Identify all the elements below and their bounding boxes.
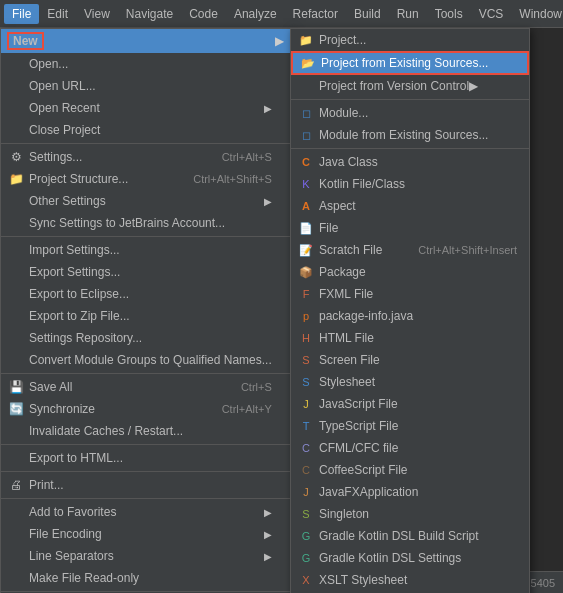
java-class-item[interactable]: C Java Class <box>291 151 529 173</box>
project-structure-icon: 📁 <box>7 172 25 186</box>
package-item[interactable]: 📦 Package <box>291 261 529 283</box>
file-encoding-arrow-icon: ▶ <box>264 529 272 540</box>
open-url-label: Open URL... <box>29 79 96 93</box>
menu-code[interactable]: Code <box>181 4 226 24</box>
fxml-label: FXML File <box>319 287 373 301</box>
js-file-item[interactable]: J JavaScript File <box>291 393 529 415</box>
aspect-label: Aspect <box>319 199 356 213</box>
import-settings-item[interactable]: Import Settings... <box>1 239 292 261</box>
settings-repo-label: Settings Repository... <box>29 331 142 345</box>
export-eclipse-item[interactable]: Export to Eclipse... <box>1 283 292 305</box>
project-existing-label: Project from Existing Sources... <box>321 56 488 70</box>
sep5 <box>1 471 292 472</box>
cfml-item[interactable]: C CFML/CFC file <box>291 437 529 459</box>
html-file-icon: H <box>297 332 315 344</box>
package-info-icon: p <box>297 310 315 322</box>
cfml-label: CFML/CFC file <box>319 441 398 455</box>
print-icon: 🖨 <box>7 478 25 492</box>
module-icon: ◻ <box>297 107 315 120</box>
java-class-label: Java Class <box>319 155 378 169</box>
gradle-build-item[interactable]: G Gradle Kotlin DSL Build Script <box>291 525 529 547</box>
menu-window[interactable]: Window <box>511 4 563 24</box>
sep7 <box>1 591 292 592</box>
sync-settings-item[interactable]: Sync Settings to JetBrains Account... <box>1 212 292 234</box>
open-recent-item[interactable]: Open Recent▶ <box>1 97 292 119</box>
xslt-item[interactable]: X XSLT Stylesheet <box>291 569 529 591</box>
html-file-item[interactable]: H HTML File <box>291 327 529 349</box>
stylesheet-item[interactable]: S Stylesheet <box>291 371 529 393</box>
open-item[interactable]: Open... <box>1 53 292 75</box>
sync-settings-label: Sync Settings to JetBrains Account... <box>29 216 225 230</box>
save-all-shortcut: Ctrl+S <box>241 381 272 393</box>
save-all-item[interactable]: 💾 Save All Ctrl+S <box>1 376 292 398</box>
kotlin-class-item[interactable]: K Kotlin File/Class <box>291 173 529 195</box>
menu-run[interactable]: Run <box>389 4 427 24</box>
add-favorites-arrow-icon: ▶ <box>264 507 272 518</box>
convert-module-item[interactable]: Convert Module Groups to Qualified Names… <box>1 349 292 371</box>
file-menu-dropdown: New ▶ Open... Open URL... Open Recent▶ C… <box>0 28 293 593</box>
stylesheet-label: Stylesheet <box>319 375 375 389</box>
print-item[interactable]: 🖨 Print... <box>1 474 292 496</box>
ts-file-label: TypeScript File <box>319 419 398 433</box>
make-read-only-item[interactable]: Make File Read-only <box>1 567 292 589</box>
module-item[interactable]: ◻ Module... <box>291 102 529 124</box>
line-separators-item[interactable]: Line Separators▶ <box>1 545 292 567</box>
export-settings-item[interactable]: Export Settings... <box>1 261 292 283</box>
export-zip-item[interactable]: Export to Zip File... <box>1 305 292 327</box>
aspect-item[interactable]: A Aspect <box>291 195 529 217</box>
open-recent-arrow-icon: ▶ <box>264 103 272 114</box>
screen-file-item[interactable]: S Screen File <box>291 349 529 371</box>
project-label: Project... <box>319 33 366 47</box>
settings-item[interactable]: ⚙ Settings... Ctrl+Alt+S <box>1 146 292 168</box>
settings-repo-item[interactable]: Settings Repository... <box>1 327 292 349</box>
file-encoding-item[interactable]: File Encoding▶ <box>1 523 292 545</box>
other-settings-item[interactable]: Other Settings▶ <box>1 190 292 212</box>
project-vcs-arrow-icon: ▶ <box>469 79 478 93</box>
close-project-item[interactable]: Close Project <box>1 119 292 141</box>
menu-vcs[interactable]: VCS <box>471 4 512 24</box>
menu-refactor[interactable]: Refactor <box>285 4 346 24</box>
add-favorites-item[interactable]: Add to Favorites▶ <box>1 501 292 523</box>
synchronize-item[interactable]: 🔄 Synchronize Ctrl+Alt+Y <box>1 398 292 420</box>
menu-analyze[interactable]: Analyze <box>226 4 285 24</box>
settings-icon: ⚙ <box>7 150 25 164</box>
gradle-build-label: Gradle Kotlin DSL Build Script <box>319 529 479 543</box>
gradle-settings-item[interactable]: G Gradle Kotlin DSL Settings <box>291 547 529 569</box>
package-info-item[interactable]: p package-info.java <box>291 305 529 327</box>
project-item[interactable]: 📁 Project... <box>291 29 529 51</box>
project-vcs-item[interactable]: Project from Version Control ▶ <box>291 75 529 97</box>
javafx-label: JavaFXApplication <box>319 485 418 499</box>
coffeescript-item[interactable]: C CoffeeScript File <box>291 459 529 481</box>
gradle-build-icon: G <box>297 530 315 542</box>
scratch-file-icon: 📝 <box>297 244 315 257</box>
convert-module-label: Convert Module Groups to Qualified Names… <box>29 353 272 367</box>
invalidate-caches-item[interactable]: Invalidate Caches / Restart... <box>1 420 292 442</box>
scratch-file-item[interactable]: 📝 Scratch File Ctrl+Alt+Shift+Insert <box>291 239 529 261</box>
singleton-item[interactable]: S Singleton <box>291 503 529 525</box>
project-structure-item[interactable]: 📁 Project Structure... Ctrl+Alt+Shift+S <box>1 168 292 190</box>
ts-file-item[interactable]: T TypeScript File <box>291 415 529 437</box>
sep2 <box>1 236 292 237</box>
open-url-item[interactable]: Open URL... <box>1 75 292 97</box>
fxml-item[interactable]: F FXML File <box>291 283 529 305</box>
menu-file[interactable]: File <box>4 4 39 24</box>
menu-edit[interactable]: Edit <box>39 4 76 24</box>
project-existing-item[interactable]: 📂 Project from Existing Sources... <box>291 51 529 75</box>
file-item[interactable]: 📄 File <box>291 217 529 239</box>
singleton-icon: S <box>297 508 315 520</box>
project-structure-shortcut: Ctrl+Alt+Shift+S <box>193 173 272 185</box>
menu-tools[interactable]: Tools <box>427 4 471 24</box>
menu-view[interactable]: View <box>76 4 118 24</box>
singleton-label: Singleton <box>319 507 369 521</box>
menu-navigate[interactable]: Navigate <box>118 4 181 24</box>
js-file-icon: J <box>297 398 315 410</box>
new-menu-item[interactable]: New ▶ <box>1 29 292 53</box>
dropdown-container: New ▶ Open... Open URL... Open Recent▶ C… <box>0 28 293 593</box>
menu-build[interactable]: Build <box>346 4 389 24</box>
aspect-icon: A <box>297 200 315 212</box>
module-existing-item[interactable]: ◻ Module from Existing Sources... <box>291 124 529 146</box>
export-html-item[interactable]: Export to HTML... <box>1 447 292 469</box>
javafx-item[interactable]: J JavaFXApplication <box>291 481 529 503</box>
sep4 <box>1 444 292 445</box>
module-existing-icon: ◻ <box>297 129 315 142</box>
